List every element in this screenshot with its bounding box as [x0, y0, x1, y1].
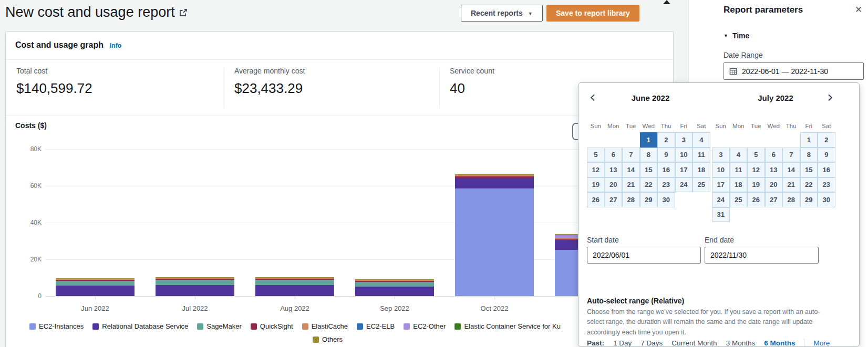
calendar-day[interactable]: 19: [747, 177, 765, 193]
bar-segment[interactable]: [355, 287, 434, 296]
past-option-1-day[interactable]: 1 Day: [613, 339, 632, 347]
bar-segment[interactable]: [56, 286, 135, 296]
start-date-input[interactable]: [587, 247, 701, 264]
calendar-day[interactable]: 22: [800, 177, 818, 193]
bar-segment[interactable]: [355, 281, 434, 282]
bar-segment[interactable]: [56, 280, 135, 281]
calendar-day[interactable]: 13: [765, 162, 783, 177]
calendar-day[interactable]: 13: [605, 162, 623, 177]
calendar-day[interactable]: 18: [693, 162, 710, 177]
calendar-day[interactable]: 26: [747, 192, 765, 207]
time-section-toggle[interactable]: ▼ Time: [724, 31, 749, 40]
bar-segment[interactable]: [255, 285, 334, 296]
calendar-day[interactable]: 24: [675, 177, 693, 193]
calendar-day[interactable]: 18: [730, 177, 748, 193]
bar-segment[interactable]: [455, 188, 534, 296]
calendar-day[interactable]: 23: [657, 177, 675, 193]
calendar-day[interactable]: 9: [818, 148, 835, 163]
calendar-day[interactable]: 17: [712, 177, 730, 193]
calendar-day[interactable]: 25: [693, 177, 710, 193]
calendar-day[interactable]: 6: [605, 148, 623, 163]
calendar-day[interactable]: 3: [675, 132, 693, 148]
calendar-day[interactable]: 20: [765, 177, 783, 193]
calendar-day[interactable]: 17: [675, 162, 693, 177]
calendar-day[interactable]: 1: [640, 132, 658, 148]
bar-segment[interactable]: [255, 279, 334, 279]
calendar-day[interactable]: 6: [765, 148, 783, 163]
bar-segment[interactable]: [255, 278, 334, 279]
date-range-field[interactable]: 2022-06-01 — 2022-11-30: [724, 62, 864, 80]
bar-segment[interactable]: [156, 280, 234, 286]
calendar-day[interactable]: 2: [657, 132, 675, 148]
calendar-day[interactable]: 7: [622, 148, 640, 163]
calendar-day[interactable]: 16: [818, 162, 835, 177]
calendar-day[interactable]: 27: [605, 192, 623, 207]
calendar-day[interactable]: 7: [782, 148, 800, 163]
end-date-input[interactable]: [705, 247, 819, 264]
calendar-day[interactable]: 23: [818, 177, 835, 193]
calendar-day[interactable]: 10: [712, 162, 730, 177]
calendar-day[interactable]: 29: [800, 192, 818, 207]
calendar-day[interactable]: 14: [782, 162, 800, 177]
calendar-day[interactable]: 19: [587, 177, 605, 193]
calendar-day[interactable]: 11: [730, 162, 748, 177]
calendar-day[interactable]: 8: [640, 148, 658, 163]
bar-segment[interactable]: [255, 280, 334, 286]
calendar-day[interactable]: 5: [747, 148, 765, 163]
calendar-day[interactable]: 15: [800, 162, 818, 177]
calendar-day[interactable]: 31: [712, 207, 730, 223]
calendar-day[interactable]: 2: [818, 132, 835, 148]
calendar-day[interactable]: 26: [587, 192, 605, 207]
past-option-7-days[interactable]: 7 Days: [640, 339, 663, 347]
calendar-day[interactable]: 1: [800, 132, 818, 148]
past-option-current-month[interactable]: Current Month: [671, 339, 717, 347]
bar-segment[interactable]: [56, 281, 135, 286]
save-to-report-library-button[interactable]: Save to report library: [546, 5, 639, 22]
info-link[interactable]: Info: [110, 42, 121, 49]
calendar-day[interactable]: 29: [640, 192, 658, 207]
bar-segment[interactable]: [355, 280, 434, 281]
bar-segment[interactable]: [156, 278, 234, 279]
calendar-day[interactable]: 30: [657, 192, 675, 207]
calendar-day[interactable]: 9: [657, 148, 675, 163]
bar-segment[interactable]: [56, 279, 135, 280]
bar-segment[interactable]: [455, 178, 534, 188]
bar-segment[interactable]: [455, 175, 534, 176]
recent-reports-button[interactable]: Recent reports ▼: [461, 5, 543, 22]
bar-segment[interactable]: [156, 285, 234, 296]
calendar-day[interactable]: 14: [622, 162, 640, 177]
calendar-day[interactable]: 20: [605, 177, 623, 193]
bar-segment[interactable]: [355, 282, 434, 287]
calendar-day[interactable]: 3: [712, 148, 730, 163]
calendar-day[interactable]: 21: [782, 177, 800, 193]
calendar-day[interactable]: 11: [693, 148, 710, 163]
calendar-day[interactable]: 5: [587, 148, 605, 163]
calendar-day[interactable]: 4: [693, 132, 710, 148]
stat-label: Total cost: [16, 67, 92, 75]
edit-report-name-icon[interactable]: [179, 8, 188, 17]
calendar-day[interactable]: 28: [782, 192, 800, 207]
calendar-day[interactable]: 12: [587, 162, 605, 177]
close-icon[interactable]: ✕: [855, 4, 862, 15]
bar-segment[interactable]: [455, 176, 534, 178]
calendar-day[interactable]: 24: [712, 192, 730, 207]
calendar-day[interactable]: 16: [657, 162, 675, 177]
past-option-3-months[interactable]: 3 Months: [726, 339, 756, 347]
more-ranges-link[interactable]: More: [813, 339, 830, 347]
calendar-day[interactable]: 8: [800, 148, 818, 163]
calendar-day[interactable]: 30: [818, 192, 835, 207]
calendar-day[interactable]: 21: [622, 177, 640, 193]
calendar-day[interactable]: 15: [640, 162, 658, 177]
bar-segment[interactable]: [156, 279, 234, 279]
calendar-day[interactable]: 28: [622, 192, 640, 207]
calendar-day[interactable]: 4: [730, 148, 748, 163]
calendar-day[interactable]: 25: [730, 192, 748, 207]
calendar-day[interactable]: 27: [765, 192, 783, 207]
calendar-day[interactable]: 22: [640, 177, 658, 193]
calendar-day[interactable]: 10: [675, 148, 693, 163]
next-month-button[interactable]: [823, 91, 836, 104]
calendar-day[interactable]: 12: [747, 162, 765, 177]
bar-segment[interactable]: [455, 175, 534, 175]
scroll-up-arrow-icon[interactable]: [663, 0, 670, 4]
past-option-6-months[interactable]: 6 Months: [764, 339, 795, 347]
